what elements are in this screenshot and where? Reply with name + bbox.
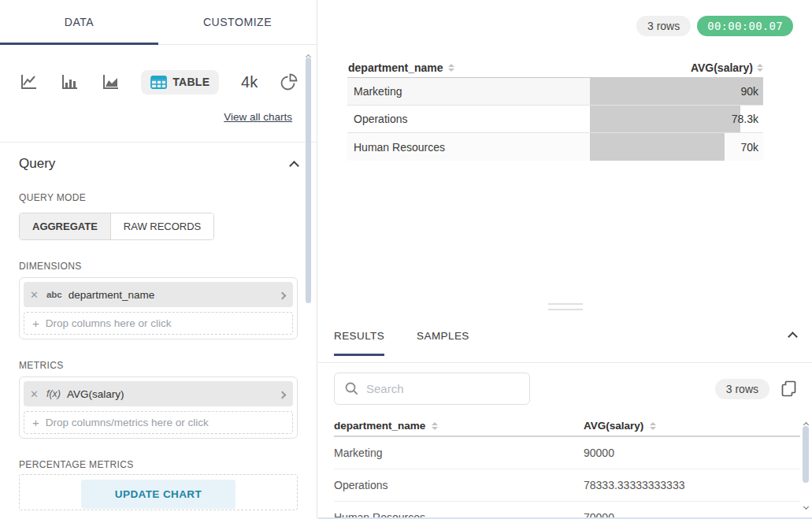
results-table-body: Marketing90000Operations78333.3333333333… xyxy=(334,437,800,517)
value-cell: 70000 xyxy=(584,511,614,517)
results-search xyxy=(334,373,530,405)
chart-panel: 3 rows 00:00:00.07 department_name AVG(s… xyxy=(318,0,812,519)
left-panel-scrollbar-thumb[interactable] xyxy=(306,57,311,303)
view-all-charts-link[interactable]: View all charts xyxy=(224,111,292,123)
query-status-badges: 3 rows 00:00:00.07 xyxy=(636,16,793,36)
chart-table-row: Human Resources70k xyxy=(347,133,763,161)
column-type-abc-icon: abc xyxy=(46,290,62,299)
sort-icon[interactable] xyxy=(650,422,656,430)
results-toolbar: 3 rows xyxy=(334,372,796,406)
viz-type-table-label: TABLE xyxy=(172,76,209,88)
sort-icon[interactable] xyxy=(432,422,438,430)
column-header-label: AVG(salary) xyxy=(691,61,753,74)
sort-icon[interactable] xyxy=(757,64,763,72)
chevron-right-icon[interactable] xyxy=(280,387,285,401)
chart-column-header-avg-salary[interactable]: AVG(salary) xyxy=(590,61,763,74)
metric-name: AVG(salary) xyxy=(67,388,124,400)
plus-icon: + xyxy=(32,416,39,429)
copy-icon[interactable] xyxy=(781,380,796,397)
value-label: 90k xyxy=(740,78,758,105)
results-scrollbar-thumb[interactable] xyxy=(803,426,809,483)
collapse-pane-chevron-icon[interactable] xyxy=(789,329,796,343)
value-bar xyxy=(590,106,740,132)
results-table-row: Operations78333.33333333333 xyxy=(334,469,800,502)
dimension-name: department_name xyxy=(69,289,155,301)
chart-table: department_name AVG(salary) Marketing90k… xyxy=(347,60,763,161)
chevron-right-icon[interactable] xyxy=(280,287,285,302)
percentage-metrics-label: PERCENTAGE METRICS xyxy=(19,459,298,470)
department-cell: Human Resources xyxy=(334,511,584,517)
control-panel: DATA CUSTOMIZE TABLE 4k xyxy=(0,0,317,519)
query-mode-label: QUERY MODE xyxy=(19,192,298,203)
tab-samples[interactable]: SAMPLES xyxy=(417,323,469,356)
update-chart-button[interactable]: UPDATE CHART xyxy=(81,480,235,509)
value-cell: 90k xyxy=(590,78,763,105)
results-table-header: department_name AVG(salary) xyxy=(334,416,800,437)
column-header-label: department_name xyxy=(348,61,443,74)
query-mode-toggle: AGGREGATE RAW RECORDS xyxy=(19,213,214,240)
bar-chart-icon[interactable] xyxy=(60,73,79,91)
chart-table-row: Operations78.3k xyxy=(347,106,763,133)
tab-data[interactable]: DATA xyxy=(0,0,158,44)
query-mode-raw-records[interactable]: RAW RECORDS xyxy=(111,213,213,239)
superset-explore-view: DATA CUSTOMIZE TABLE 4k xyxy=(0,0,812,519)
metric-pill-avg-salary[interactable]: ✕ f(x) AVG(salary) xyxy=(24,381,293,406)
dimensions-drop-zone[interactable]: + Drop columns here or click xyxy=(24,312,293,335)
area-chart-icon[interactable] xyxy=(101,73,120,91)
results-table-row: Marketing90000 xyxy=(334,437,800,469)
metrics-control: ✕ f(x) AVG(salary) + Drop columns/metric… xyxy=(19,376,298,439)
results-column-header-department-name[interactable]: department_name xyxy=(334,420,584,432)
tab-results[interactable]: RESULTS xyxy=(334,323,384,356)
value-cell: 78.3k xyxy=(590,106,763,132)
view-all-charts: View all charts xyxy=(0,109,292,124)
remove-icon[interactable]: ✕ xyxy=(30,289,39,301)
column-header-label: AVG(salary) xyxy=(584,420,643,432)
chart-table-body: Marketing90kOperations78.3kHuman Resourc… xyxy=(347,78,763,161)
value-cell: 90000 xyxy=(584,447,614,459)
section-divider xyxy=(0,142,317,143)
value-cell: 70k xyxy=(590,133,763,161)
value-label: 78.3k xyxy=(732,106,758,132)
line-chart-icon[interactable] xyxy=(19,73,38,91)
query-section: Query QUERY MODE AGGREGATE RAW RECORDS D… xyxy=(0,156,317,510)
query-section-title: Query xyxy=(19,156,55,172)
dimensions-label: DIMENSIONS xyxy=(19,261,298,272)
row-count-badge: 3 rows xyxy=(636,16,691,36)
plus-icon: + xyxy=(32,317,39,330)
results-row-count-badge: 3 rows xyxy=(715,379,769,399)
remove-icon[interactable]: ✕ xyxy=(30,388,39,400)
dimension-pill-department-name[interactable]: ✕ abc department_name xyxy=(24,282,293,307)
tab-customize[interactable]: CUSTOMIZE xyxy=(158,0,317,44)
department-cell: Operations xyxy=(334,479,584,491)
big-number-icon[interactable]: 4k xyxy=(241,73,258,91)
query-mode-aggregate[interactable]: AGGREGATE xyxy=(20,213,111,239)
results-toolbar-right: 3 rows xyxy=(715,379,796,399)
viz-type-table-selected[interactable]: TABLE xyxy=(141,70,219,95)
query-timer-badge: 00:00:00.07 xyxy=(697,16,793,36)
column-header-label: department_name xyxy=(334,420,425,432)
metrics-label: METRICS xyxy=(19,360,298,371)
metric-type-fx-icon: f(x) xyxy=(46,388,61,399)
scroll-down-icon[interactable] xyxy=(804,498,808,512)
control-panel-tabs: DATA CUSTOMIZE xyxy=(0,0,317,45)
search-icon xyxy=(344,381,359,396)
results-pane: RESULTS SAMPLES 3 rows xyxy=(318,323,812,517)
department-cell: Operations xyxy=(347,106,590,132)
dimensions-control: ✕ abc department_name + Drop columns her… xyxy=(19,277,298,339)
results-table-row: Human Resources70000 xyxy=(334,502,800,517)
results-column-header-avg-salary[interactable]: AVG(salary) xyxy=(584,420,656,432)
department-cell: Marketing xyxy=(347,78,590,105)
search-input[interactable] xyxy=(366,382,516,395)
chart-column-header-department-name[interactable]: department_name xyxy=(347,61,590,74)
scroll-up-icon[interactable] xyxy=(306,48,312,52)
value-cell: 78333.33333333333 xyxy=(584,479,684,491)
pie-chart-icon[interactable] xyxy=(280,73,298,91)
query-section-header[interactable]: Query xyxy=(19,156,298,172)
metrics-drop-zone[interactable]: + Drop columns/metrics here or click xyxy=(24,411,293,434)
results-table: department_name AVG(salary) Marketing900… xyxy=(334,416,800,517)
collapse-chevron-icon[interactable] xyxy=(289,161,299,171)
sort-icon[interactable] xyxy=(448,64,454,72)
active-tab-underline xyxy=(0,43,158,45)
pane-resize-handle[interactable] xyxy=(548,303,583,314)
table-icon xyxy=(150,76,167,89)
